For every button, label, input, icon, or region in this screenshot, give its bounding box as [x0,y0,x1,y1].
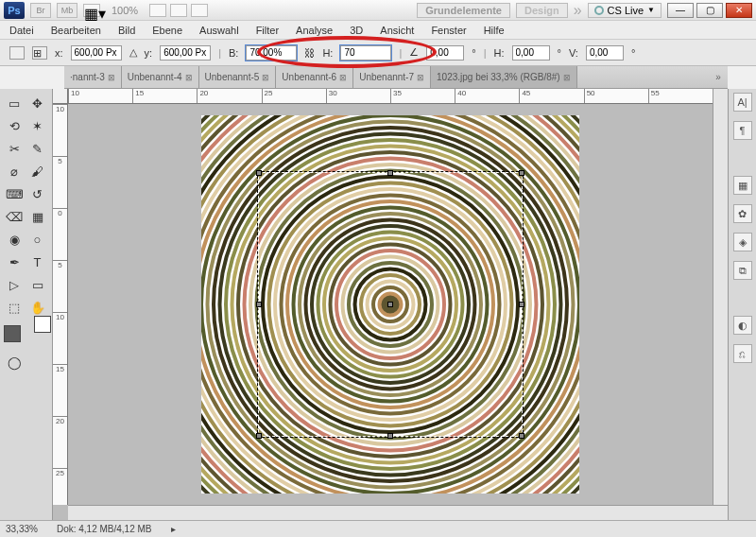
ruler-origin[interactable] [53,89,68,104]
close-icon[interactable]: ⊠ [262,73,269,82]
eraser-tool[interactable]: ⌫ [4,206,25,227]
viewmode1-icon[interactable] [149,4,166,17]
tab-1023-jpg[interactable]: 1023.jpg bei 33,3% (RGB/8#)⊠ [431,66,577,88]
healing-tool[interactable]: ⌀ [4,161,25,182]
close-icon[interactable]: ⊠ [108,73,115,82]
menu-datei[interactable]: Datei [9,25,34,36]
handle-sw[interactable] [256,433,262,439]
skew-h-field[interactable] [512,45,550,61]
move-tool[interactable]: ✥ [27,93,48,113]
cslive-button[interactable]: CS Live▼ [588,3,662,18]
workspace-essentials-button[interactable]: Grundelemente [417,3,510,18]
dodge-tool[interactable]: ○ [27,229,48,250]
crop-tool[interactable]: ✂ [4,138,25,159]
para-panel-icon[interactable]: ¶ [733,121,752,140]
quickmask-toggle[interactable]: ◯ [4,352,25,372]
handle-n[interactable] [387,170,393,176]
viewmode3-icon[interactable] [191,4,208,17]
y-position-field[interactable] [160,45,211,61]
status-arrow-icon[interactable]: ▸ [171,524,176,534]
menu-hilfe[interactable]: Hilfe [484,25,505,36]
gradient-tool[interactable]: ▦ [27,206,48,227]
reference-point-icon[interactable]: ⊞ [32,46,47,60]
brushes-panel-icon[interactable]: ✿ [733,204,752,223]
tab-overflow-icon[interactable]: » [709,66,728,88]
screen-mode-icon[interactable]: ▦▾ [83,4,100,17]
bridge-button[interactable]: Br [30,3,51,18]
char-panel-icon[interactable]: A| [733,93,752,112]
handle-center[interactable] [387,302,393,307]
minibridge-button[interactable]: Mb [57,3,77,18]
transform-tool-icon[interactable] [9,46,25,60]
history-panel-icon[interactable]: ⎌ [733,344,752,363]
vertical-scrollbar[interactable] [713,89,728,505]
eyedropper-tool[interactable]: ✎ [27,138,48,159]
background-color[interactable] [34,316,51,333]
styles-panel-icon[interactable]: ◈ [733,233,752,251]
viewmode2-icon[interactable] [170,4,187,17]
close-icon[interactable]: ⊠ [417,73,424,82]
close-icon[interactable]: ⊠ [563,73,571,82]
menu-filter[interactable]: Filter [256,25,279,36]
tab-unbenannt-3[interactable]: ·nannt-3⊠ [64,66,122,88]
menu-auswahl[interactable]: Auswahl [199,25,239,36]
workspace-design-button[interactable]: Design [516,3,568,18]
history-brush-tool[interactable]: ↺ [27,183,48,204]
transform-selection[interactable] [258,172,523,437]
menu-fenster[interactable]: Fenster [431,25,466,36]
handle-ne[interactable] [519,170,524,176]
handle-se[interactable] [519,433,524,439]
marquee-tool[interactable]: ▭ [4,93,25,113]
width-scale-field[interactable] [246,45,297,61]
blur-tool[interactable]: ◉ [4,229,25,250]
hand-tool[interactable]: ✋ [27,297,48,318]
foreground-color[interactable] [4,325,21,342]
x-position-field[interactable] [71,45,122,61]
menu-bild[interactable]: Bild [118,25,135,36]
menu-ansicht[interactable]: Ansicht [380,25,414,36]
titlebar: Ps Br Mb ▦▾ 100% Grundelemente Design » … [0,0,756,21]
skew-v-field[interactable] [586,45,624,61]
document-canvas[interactable]: // rings generated below [201,115,579,494]
clone-panel-icon[interactable]: ⧉ [733,261,752,280]
handle-w[interactable] [256,302,262,307]
menu-analyse[interactable]: Analyse [296,25,333,36]
horizontal-ruler[interactable]: 10152025303540455055 [68,89,713,104]
horizontal-scrollbar[interactable] [68,505,728,520]
maximize-button[interactable]: ▢ [696,3,723,18]
type-tool[interactable]: T [27,251,48,272]
height-scale-field[interactable] [340,45,391,61]
zoom-level[interactable]: 100% [112,5,138,16]
tab-unbenannt-5[interactable]: Unbenannt-5⊠ [199,66,277,88]
menu-3d[interactable]: 3D [350,25,363,36]
tab-unbenannt-6[interactable]: Unbenannt-6⊠ [276,66,353,88]
angle-field[interactable] [426,45,464,61]
status-zoom[interactable]: 33,33% [6,524,38,534]
close-icon[interactable]: ⊠ [339,73,347,82]
shape-tool[interactable]: ▭ [27,274,48,295]
close-button[interactable]: ✕ [726,3,752,18]
minimize-button[interactable]: — [667,3,694,18]
handle-s[interactable] [387,433,393,439]
swatches-panel-icon[interactable]: ▦ [733,176,752,195]
more-workspaces-icon[interactable]: » [574,2,582,19]
handle-nw[interactable] [256,170,262,176]
wand-tool[interactable]: ✶ [27,115,48,136]
handle-e[interactable] [519,302,524,307]
vertical-ruler[interactable]: 1050510152025 [53,104,68,505]
lasso-tool[interactable]: ⟲ [4,115,25,136]
pen-tool[interactable]: ✒ [4,251,25,272]
close-icon[interactable]: ⊠ [185,73,193,82]
clone-tool[interactable]: ⌨ [4,183,25,204]
link-icon[interactable]: ⛓ [304,47,315,59]
tab-unbenannt-4[interactable]: Unbenannt-4⊠ [122,66,199,88]
tab-unbenannt-7[interactable]: Unbenannt-7⊠ [353,66,431,88]
delta-icon[interactable]: △ [129,46,137,59]
nav-panel-icon[interactable]: ◐ [733,316,752,335]
menu-ebene[interactable]: Ebene [152,25,182,36]
status-doc-info[interactable]: Dok: 4,12 MB/4,12 MB [57,524,152,534]
path-select-tool[interactable]: ▷ [4,274,25,295]
brush-tool[interactable]: 🖌 [27,161,48,182]
menu-bearbeiten[interactable]: Bearbeiten [51,25,101,36]
3d-tool[interactable]: ⬚ [4,297,25,318]
